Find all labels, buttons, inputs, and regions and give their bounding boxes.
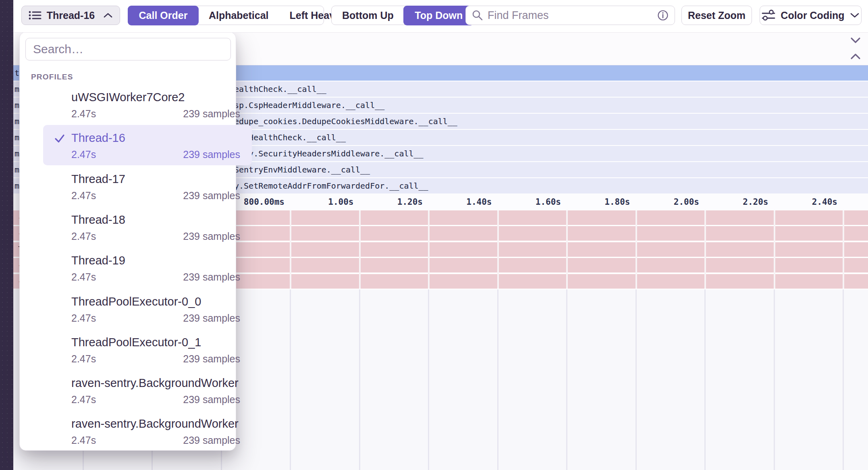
- gridline: [704, 289, 706, 470]
- profile-search-input[interactable]: Search…: [25, 38, 231, 60]
- profile-samples: 239 samples: [183, 148, 240, 161]
- profile-name: raven-sentry.BackgroundWorker: [71, 416, 239, 432]
- gridline: [774, 210, 775, 289]
- profile-samples: 239 samples: [183, 107, 240, 121]
- profile-list-item[interactable]: uWSGIWorker7Core22.47s239 samples: [43, 88, 252, 129]
- profile-duration: 2.47s: [71, 270, 96, 284]
- profile-list-item[interactable]: raven-sentry.BackgroundWorker2.47s239 sa…: [43, 415, 252, 455]
- color-coding-button[interactable]: Color Coding: [760, 6, 862, 25]
- profile-name: raven-sentry.BackgroundWorker: [71, 375, 239, 391]
- reset-zoom-label: Reset Zoom: [688, 10, 745, 21]
- gridline: [290, 210, 291, 289]
- profile-duration: 2.47s: [71, 107, 96, 121]
- gridline: [704, 210, 706, 289]
- sort-option-alphabetical[interactable]: Alphabetical: [198, 6, 279, 25]
- profile-name: Thread-17: [71, 171, 125, 187]
- frame-label-sliver: m: [15, 130, 19, 145]
- direction-toggle-group: Bottom UpTop Down: [331, 6, 458, 25]
- color-coding-label: Color Coding: [781, 10, 844, 21]
- frame-label-sliver: m: [15, 162, 19, 177]
- thread-selector-label: Thread-16: [47, 10, 95, 21]
- frame-label-sliver: m: [15, 146, 19, 161]
- profile-samples: 239 samples: [183, 189, 240, 202]
- gridline: [428, 289, 429, 470]
- frame-label: rity.SecurityHeadersMiddleware.__call__: [234, 146, 424, 161]
- app-sidebar-edge: [0, 0, 13, 470]
- find-frames-placeholder: Find Frames: [488, 9, 653, 22]
- checkmark-icon: [54, 132, 66, 144]
- frame-label-sliver: m: [15, 114, 19, 129]
- profile-samples: 239 samples: [183, 352, 240, 366]
- find-frames-input[interactable]: Find Frames: [465, 6, 675, 25]
- profile-name: uWSGIWorker7Core2: [71, 89, 185, 105]
- reset-zoom-button[interactable]: Reset Zoom: [681, 6, 752, 25]
- profile-list-item[interactable]: Thread-172.47s239 samples: [43, 170, 252, 211]
- gridline: [843, 289, 844, 470]
- profile-samples: 239 samples: [183, 433, 240, 447]
- sort-order-toggle-group: Call OrderAlphabeticalLeft Heavy: [128, 6, 324, 25]
- sort-option-call-order[interactable]: Call Order: [128, 6, 199, 25]
- profile-duration: 2.47s: [71, 189, 96, 202]
- frame-label: edupe_cookies.DedupeCookiesMiddleware.__…: [234, 114, 457, 129]
- frame-label-sliver: m: [15, 98, 19, 113]
- profile-list-item[interactable]: Thread-162.47s239 samples: [43, 129, 252, 170]
- profile-duration: 2.47s: [71, 311, 96, 325]
- frame-label: sp.CspHeaderMiddleware.__call__: [234, 98, 384, 113]
- info-icon[interactable]: [657, 9, 669, 21]
- profile-name: Thread-18: [71, 212, 125, 228]
- gridline: [774, 289, 775, 470]
- chevron-up-icon[interactable]: [849, 52, 862, 60]
- profile-name: Thread-19: [71, 252, 125, 268]
- profile-list-item[interactable]: ThreadPoolExecutor-0_02.47s239 samples: [43, 293, 252, 333]
- gridline: [635, 289, 637, 470]
- direction-option-top-down[interactable]: Top Down: [403, 6, 474, 25]
- frame-label-sliver: m: [15, 178, 19, 193]
- frame-label: SentryEnvMiddleware.__call__: [234, 162, 370, 177]
- chevron-down-icon[interactable]: [849, 36, 862, 44]
- frame-label-sliver: m: [15, 81, 19, 97]
- profile-samples: 239 samples: [183, 393, 240, 406]
- gridline: [359, 210, 361, 289]
- profile-list-item[interactable]: Thread-182.47s239 samples: [43, 211, 252, 252]
- profile-duration: 2.47s: [71, 433, 96, 447]
- profile-selector-dropdown: Search… PROFILES uWSGIWorker7Core22.47s2…: [19, 32, 236, 451]
- profile-duration: 2.47s: [71, 148, 96, 161]
- gridline: [843, 210, 844, 289]
- gridline: [359, 289, 360, 470]
- frame-label-sliver: t: [15, 65, 19, 81]
- profile-list-item[interactable]: raven-sentry.BackgroundWorker2.47s239 sa…: [43, 374, 252, 415]
- profile-samples: 239 samples: [183, 270, 240, 284]
- profile-duration: 2.47s: [71, 393, 96, 406]
- profile-name: ThreadPoolExecutor-0_0: [71, 293, 201, 310]
- profile-duration: 2.47s: [71, 229, 96, 243]
- gridline: [566, 289, 567, 470]
- profiles-section-label: PROFILES: [31, 71, 73, 83]
- profile-samples: 239 samples: [183, 229, 240, 243]
- direction-option-bottom-up[interactable]: Bottom Up: [332, 6, 404, 25]
- profile-search-placeholder: Search…: [33, 42, 83, 56]
- gridline: [635, 210, 637, 289]
- gridline: [566, 210, 568, 289]
- frame-label: y.SetRemoteAddrFromForwardedFor.__call__: [234, 178, 428, 193]
- search-icon: [471, 9, 484, 21]
- toolbar: Thread-16 Call OrderAlphabeticalLeft Hea…: [13, 0, 868, 33]
- profile-list-item[interactable]: ThreadPoolExecutor-0_12.47s239 samples: [43, 333, 252, 374]
- gridline: [497, 210, 499, 289]
- profile-samples: 239 samples: [183, 311, 240, 325]
- profile-duration: 2.47s: [71, 352, 96, 366]
- thread-selector-button[interactable]: Thread-16: [21, 6, 120, 25]
- profile-name: ThreadPoolExecutor-0_1: [71, 334, 201, 350]
- gridline: [428, 210, 430, 289]
- time-axis-label: 2.40s: [749, 193, 837, 210]
- gridline: [290, 289, 291, 470]
- gridline: [497, 289, 498, 470]
- profile-name: Thread-16: [71, 130, 125, 146]
- profile-list-item[interactable]: Thread-192.47s239 samples: [43, 252, 252, 292]
- list-icon: [28, 9, 42, 21]
- sliders-icon: [761, 8, 776, 22]
- chevron-down-icon: [849, 12, 860, 19]
- chevron-up-icon: [103, 12, 113, 19]
